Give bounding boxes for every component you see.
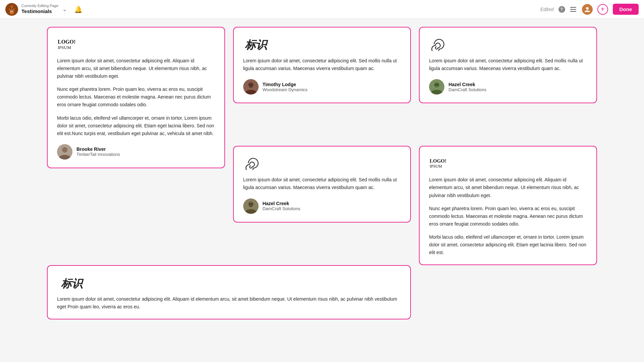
card-logo-5: LOGO! IPSUM [429, 156, 587, 171]
author-info-2: Timothy Lodge Woodstream Dynamics [263, 82, 308, 92]
author-company-3: DamCraft Solutions [448, 87, 486, 92]
svg-point-24 [248, 82, 254, 87]
svg-rect-12 [571, 11, 576, 12]
svg-point-33 [248, 201, 254, 207]
author-name-1: Brooke River [76, 146, 120, 152]
svg-point-35 [251, 203, 253, 205]
edited-label: Edited [540, 7, 554, 12]
svg-point-21 [62, 147, 67, 153]
svg-text:IPSUM: IPSUM [58, 45, 71, 50]
card-text-3: Lorem ipsum dolor sit amet, consectetur … [429, 57, 587, 72]
page-name-label: Testimonials [21, 8, 58, 15]
svg-point-7 [13, 8, 14, 9]
card-text-2: Lorem ipsum dolor sit amet, consectetur … [243, 57, 401, 72]
card-text-6: Lorem ipsum dolor sit amet, consectetur … [57, 295, 401, 311]
avatar[interactable] [5, 3, 18, 16]
svg-point-28 [434, 82, 439, 87]
svg-text:标识: 标识 [61, 277, 84, 289]
testimonial-card-6: 标识 Lorem ipsum dolor sit amet, consectet… [47, 265, 411, 319]
svg-text:·: · [257, 158, 258, 162]
card-text-1c: Morbi lacus odio, eleifend vel ullamcorp… [57, 114, 215, 137]
svg-point-4 [10, 8, 11, 9]
testimonial-card-1: LOGO! IPSUM Lorem ipsum dolor sit amet, … [47, 27, 225, 168]
svg-point-14 [570, 9, 571, 10]
author-avatar-4 [243, 198, 259, 214]
header-page-info: Currently Editing Page Testimonials [21, 4, 58, 15]
testimonial-card-2: 标识 Lorem ipsum dolor sit amet, consectet… [233, 27, 411, 103]
card-text-1b: Nunc eget pharetra lorem. Proin quam leo… [57, 85, 215, 109]
notification-bell-icon[interactable]: 🔔 [74, 5, 83, 13]
card-text-1a: Lorem ipsum dolor sit amet, consectetur … [57, 57, 215, 80]
card-author-4: Hazel Creek DamCraft Solutions [243, 198, 401, 214]
svg-point-26 [251, 84, 253, 85]
card-logo-2: 标识 [243, 37, 401, 52]
svg-rect-11 [571, 9, 576, 10]
svg-point-15 [570, 11, 571, 12]
testimonial-card-3: Lorem ipsum dolor sit amet, consectetur … [419, 27, 597, 103]
card-logo-1: LOGO! IPSUM [57, 37, 215, 52]
card-author-1: Brooke River TimberTail Innovations [57, 144, 215, 160]
card-text-5c: Morbi lacus odio, eleifend vel ullamcorp… [429, 233, 587, 256]
help-icon[interactable]: ? [558, 6, 565, 13]
author-name-2: Timothy Lodge [263, 82, 308, 87]
author-company-4: DamCraft Solutions [263, 206, 301, 211]
testimonial-card-5: LOGO! IPSUM Lorem ipsum dolor sit amet, … [419, 146, 597, 265]
main-content: LOGO! IPSUM Lorem ipsum dolor sit amet, … [0, 19, 644, 362]
header-left: Currently Editing Page Testimonials ⌄ 🔔 [5, 3, 83, 16]
card-text-4: Lorem ipsum dolor sit amet, consectetur … [243, 176, 401, 191]
currently-editing-label: Currently Editing Page [21, 4, 58, 8]
user-avatar-icon[interactable] [582, 4, 593, 15]
card-logo-3 [429, 37, 587, 52]
author-name-4: Hazel Creek [263, 201, 301, 206]
done-button[interactable]: Done [613, 4, 639, 15]
author-avatar-3 [429, 79, 444, 95]
card-text-5b: Nunc eget pharetra lorem. Proin quam leo… [429, 205, 587, 228]
svg-point-16 [586, 7, 589, 10]
svg-point-9 [10, 10, 13, 12]
card-author-3: Hazel Creek DamCraft Solutions [429, 79, 587, 95]
svg-point-34 [249, 203, 251, 205]
author-avatar-1 [57, 144, 72, 160]
svg-point-29 [435, 84, 436, 85]
chevron-down-icon[interactable]: ⌄ [62, 6, 67, 12]
svg-text:IPSUM: IPSUM [430, 164, 442, 169]
author-name-3: Hazel Creek [448, 82, 486, 87]
author-avatar-2 [243, 79, 259, 95]
app-header: Currently Editing Page Testimonials ⌄ 🔔 … [0, 0, 644, 19]
svg-text:LOGO!: LOGO! [430, 158, 446, 164]
list-icon[interactable] [570, 6, 577, 13]
header-right: Edited ? + Done [540, 4, 639, 15]
author-info-3: Hazel Creek DamCraft Solutions [448, 82, 486, 92]
card-text-5a: Lorem ipsum dolor sit amet, consectetur … [429, 176, 587, 199]
add-button[interactable]: + [597, 4, 608, 15]
svg-point-13 [570, 7, 571, 8]
card-author-2: Timothy Lodge Woodstream Dynamics [243, 79, 401, 95]
author-info-1: Brooke River TimberTail Innovations [76, 146, 120, 157]
svg-rect-10 [571, 7, 576, 8]
svg-point-6 [9, 8, 10, 9]
svg-point-5 [12, 8, 13, 9]
card-logo-6: 标识 [57, 275, 401, 290]
svg-text:标识: 标识 [245, 39, 268, 51]
svg-point-25 [249, 84, 251, 85]
svg-point-30 [437, 84, 438, 85]
author-info-4: Hazel Creek DamCraft Solutions [263, 201, 301, 211]
author-company-2: Woodstream Dynamics [263, 87, 308, 92]
svg-text:LOGO!: LOGO! [58, 39, 75, 45]
author-company-1: TimberTail Innovations [76, 152, 120, 157]
testimonial-card-4: · Lorem ipsum dolor sit amet, consectetu… [233, 146, 411, 222]
card-logo-4: · [243, 156, 401, 171]
